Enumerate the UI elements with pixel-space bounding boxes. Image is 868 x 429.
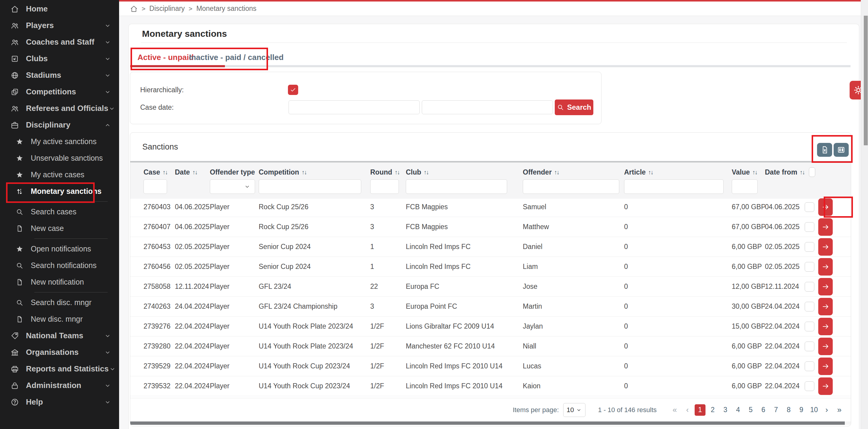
competition-filter-input[interactable] [259, 179, 361, 194]
pagination-page-3[interactable]: 3 [720, 404, 731, 416]
column-header-competition[interactable]: Competition↑↓ [259, 168, 370, 176]
sidebar-item-search-disc-mngr[interactable]: Search disc. mngr [0, 294, 119, 311]
value-filter-input[interactable] [732, 179, 758, 194]
round-filter-input[interactable] [370, 179, 399, 194]
sort-icon[interactable]: ↑↓ [395, 169, 400, 176]
excel-export-button[interactable] [817, 143, 832, 157]
sidebar-item-my-active-sanctions[interactable]: My active sanctions [0, 133, 119, 150]
open-sanction-button[interactable] [818, 358, 833, 375]
open-sanction-button[interactable] [818, 238, 833, 256]
column-header-date_from[interactable]: Date from↑↓ [765, 168, 805, 176]
pagination-page-5[interactable]: 5 [745, 404, 756, 416]
vertical-scrollbar-thumb[interactable] [864, 16, 868, 145]
sidebar-item-national-teams[interactable]: National Teams [0, 328, 119, 344]
column-header-club[interactable]: Club↑↓ [406, 168, 523, 176]
tab-active-unpaid[interactable]: Active - unpaid [137, 53, 193, 62]
pagination-page-4[interactable]: 4 [733, 404, 743, 416]
sidebar-item-help[interactable]: Help [0, 394, 119, 410]
pagination-last[interactable]: » [834, 404, 845, 416]
case-filter-input[interactable] [144, 179, 167, 194]
row-checkbox[interactable] [805, 302, 814, 311]
pagination-page-2[interactable]: 2 [707, 404, 718, 416]
sort-icon[interactable]: ↑↓ [800, 169, 804, 176]
case-date-to-input[interactable] [422, 100, 553, 114]
pagination-page-10[interactable]: 10 [809, 404, 819, 416]
open-sanction-button[interactable] [818, 198, 833, 216]
sidebar-item-home[interactable]: Home [0, 1, 119, 17]
open-sanction-button[interactable] [818, 258, 833, 276]
offender_type-filter-select[interactable] [210, 179, 255, 194]
sidebar-item-referees-and-officials[interactable]: Referees and Officials [0, 100, 119, 117]
row-checkbox[interactable] [805, 362, 814, 371]
row-checkbox[interactable] [805, 322, 814, 331]
row-checkbox[interactable] [805, 381, 814, 391]
sort-icon[interactable]: ↑↓ [302, 169, 306, 176]
row-checkbox[interactable] [805, 282, 814, 292]
horizontal-scrollbar-thumb[interactable] [130, 422, 845, 425]
sidebar-item-new-case[interactable]: New case [0, 220, 119, 237]
sidebar-item-organisations[interactable]: Organisations [0, 344, 119, 361]
sidebar-item-coaches-and-staff[interactable]: Coaches and Staff [0, 34, 119, 50]
row-checkbox[interactable] [805, 242, 814, 252]
sort-icon[interactable]: ↑↓ [554, 169, 559, 176]
sort-icon[interactable]: ↑↓ [752, 169, 757, 176]
open-sanction-button[interactable] [818, 318, 833, 335]
breadcrumb-disciplinary[interactable]: Disciplinary [149, 4, 185, 13]
pagination-page-7[interactable]: 7 [771, 404, 781, 416]
sidebar-item-administration[interactable]: Administration [0, 377, 119, 394]
sidebar-item-monetary-sanctions[interactable]: Monetary sanctions [0, 183, 119, 200]
sidebar-item-search-notifications[interactable]: Search notifications [0, 257, 119, 274]
pagination-page-9[interactable]: 9 [796, 404, 807, 416]
pagination-next[interactable]: › [821, 404, 832, 416]
sort-icon[interactable]: ↑↓ [424, 169, 428, 176]
open-sanction-button[interactable] [818, 338, 833, 355]
sidebar-item-reports-and-statistics[interactable]: Reports and Statistics [0, 361, 119, 377]
case-date-from-input[interactable] [288, 100, 420, 114]
column-chooser-button[interactable] [834, 143, 849, 157]
sort-icon[interactable]: ↑↓ [192, 169, 197, 176]
column-header-value[interactable]: Value↑↓ [732, 168, 765, 176]
sidebar-item-search-cases[interactable]: Search cases [0, 204, 119, 220]
open-sanction-button[interactable] [818, 377, 833, 395]
open-sanction-button[interactable] [818, 298, 833, 315]
sidebar-item-clubs[interactable]: Clubs [0, 50, 119, 67]
sidebar-item-open-notifications[interactable]: Open notifications [0, 241, 119, 257]
open-sanction-button[interactable] [818, 218, 833, 236]
sidebar-item-new-notification[interactable]: New notification [0, 274, 119, 290]
pagination-prev[interactable]: ‹ [682, 404, 693, 416]
pagination-page-1[interactable]: 1 [695, 404, 706, 416]
row-checkbox[interactable] [805, 262, 814, 272]
sidebar-item-stadiums[interactable]: Stadiums [0, 67, 119, 84]
pagination-page-6[interactable]: 6 [758, 404, 769, 416]
sort-icon[interactable]: ↑↓ [648, 169, 653, 176]
items-per-page-select[interactable]: 10 [563, 403, 586, 417]
offender-filter-input[interactable] [523, 179, 619, 194]
tab-inactive-paid-cancelled[interactable]: Inactive - paid / cancelled [189, 53, 284, 62]
article-filter-input[interactable] [624, 179, 723, 194]
sidebar-item-competitions[interactable]: Competitions [0, 84, 119, 100]
club-filter-input[interactable] [406, 179, 507, 194]
column-header-offender[interactable]: Offender↑↓ [523, 168, 624, 176]
sidebar-item-disciplinary[interactable]: Disciplinary [0, 117, 119, 133]
open-sanction-button[interactable] [818, 278, 833, 296]
sidebar-item-unservable-sanctions[interactable]: Unservable sanctions [0, 150, 119, 166]
row-checkbox[interactable] [805, 222, 814, 232]
sort-icon[interactable]: ↑↓ [162, 169, 167, 176]
select-all-checkbox[interactable] [809, 167, 815, 177]
sidebar-item-players[interactable]: Players [0, 17, 119, 34]
hierarchically-checkbox[interactable] [288, 85, 298, 95]
column-header-article[interactable]: Article↑↓ [624, 168, 732, 176]
column-header-case[interactable]: Case↑↓ [144, 168, 175, 176]
column-header-date[interactable]: Date↑↓ [175, 168, 210, 176]
filter-cell-case [144, 179, 175, 194]
home-icon[interactable] [130, 5, 138, 13]
sidebar-item-my-active-cases[interactable]: My active cases [0, 166, 119, 183]
breadcrumb-monetary-sanctions[interactable]: Monetary sanctions [196, 4, 256, 13]
column-header-round[interactable]: Round↑↓ [370, 168, 406, 176]
pagination-first[interactable]: « [669, 404, 680, 416]
pagination-page-8[interactable]: 8 [783, 404, 794, 416]
row-checkbox[interactable] [805, 342, 814, 351]
row-checkbox[interactable] [805, 202, 814, 212]
sidebar-item-new-disc-mngr[interactable]: New disc. mngr [0, 311, 119, 328]
search-button[interactable]: Search [555, 99, 593, 115]
